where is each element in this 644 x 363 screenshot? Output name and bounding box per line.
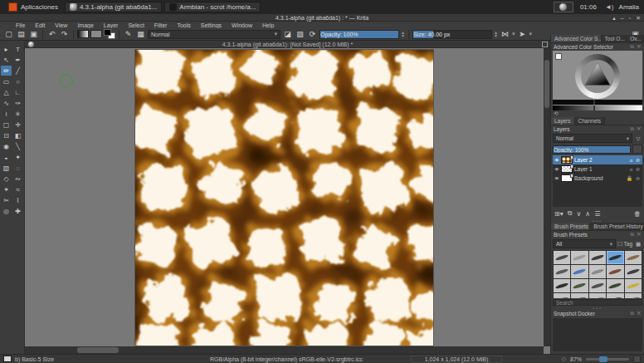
tab-layers[interactable]: Layers	[551, 117, 575, 125]
brush-preset-6[interactable]	[571, 265, 588, 278]
choose-brush-preset-icon[interactable]: ▦	[135, 29, 146, 40]
zoom-slider-knob[interactable]	[599, 356, 607, 362]
taskbar-window-1[interactable]: Armbian - scrot /home/a...	[164, 2, 261, 12]
layer-thumbnail[interactable]	[561, 174, 573, 182]
layer-property-icons[interactable]: α ⊘	[630, 166, 641, 172]
brush-preset-0[interactable]	[554, 251, 570, 264]
brush-preset-2[interactable]	[589, 251, 606, 264]
menu-image[interactable]: Image	[73, 22, 97, 28]
menu-filter[interactable]: Filter	[150, 22, 172, 28]
contiguous-select-tool-icon[interactable]: ✶	[1, 184, 12, 194]
dynamic-brush-tool-icon[interactable]: ≀	[1, 109, 12, 119]
brush-preset-3[interactable]	[607, 251, 623, 264]
magnetic-select-tool-icon[interactable]: ⌇	[12, 195, 23, 205]
value-bar[interactable]	[553, 105, 642, 110]
duplicate-layer-button[interactable]: ⧉	[568, 209, 573, 218]
docker-float-close-icons[interactable]: ⧉ ✕	[630, 44, 642, 50]
layer-visibility-icon[interactable]: 👁	[554, 167, 559, 172]
text-tool-icon[interactable]: T	[12, 44, 23, 54]
window-titlebar[interactable]: 4.3.1-alpha (git aba6da1) : * — Krita ▴ …	[0, 14, 644, 22]
saturation-triangle[interactable]	[582, 61, 613, 92]
tag-checkbox[interactable]: ☐ Tag	[617, 241, 632, 248]
brush-preset-13[interactable]	[607, 279, 623, 292]
brush-preset-7[interactable]	[589, 265, 606, 278]
layer-name[interactable]: Layer 1	[574, 166, 628, 172]
system-tray[interactable]	[554, 2, 573, 12]
last-color-swatch[interactable]	[555, 53, 562, 60]
layer-property-icons[interactable]: 🔒 ⊘	[627, 175, 641, 181]
menu-tools[interactable]: Tools	[173, 22, 194, 28]
vertical-scrollbar[interactable]	[544, 48, 550, 346]
docker-float-close-icons[interactable]: ⧉ ✕	[630, 126, 642, 132]
maximize-button[interactable]: ▫	[629, 14, 631, 22]
layer-blending-mode-select[interactable]: Normal ▾	[553, 134, 632, 143]
layer-property-icons[interactable]: α ⊘	[630, 157, 641, 163]
subwindow-maximize-icon[interactable]	[542, 42, 548, 47]
close-button[interactable]: ✕	[636, 14, 641, 22]
brush-preset-5[interactable]	[554, 265, 570, 278]
move-layer-up-button[interactable]: ∧	[585, 210, 590, 218]
brush-filter-select[interactable]: All ▾	[553, 239, 616, 248]
foreground-background-colors[interactable]	[104, 29, 115, 39]
preserve-alpha-icon[interactable]: ▨	[295, 29, 305, 40]
select-shapes-tool-icon[interactable]: ▸	[1, 44, 12, 54]
menu-settings[interactable]: Settings	[197, 22, 226, 28]
layer-properties-button[interactable]: ☰	[594, 210, 600, 218]
tab-advanced-color-selector[interactable]: Advanced Color S...	[551, 35, 602, 42]
tab-channels[interactable]: Channels	[575, 117, 605, 125]
brush-search-input[interactable]: Search	[553, 299, 642, 306]
layer-thumbnail[interactable]	[561, 156, 573, 164]
bezier-select-tool-icon[interactable]: ✂	[1, 195, 12, 205]
pattern-chooser-button[interactable]	[90, 30, 102, 38]
layer-style-button[interactable]	[632, 145, 642, 154]
line-tool-icon[interactable]: ╱	[12, 66, 23, 76]
docker-float-close-icons[interactable]: ⧉ ✕	[630, 311, 642, 316]
gradient-tool-icon[interactable]: ◧	[12, 130, 23, 140]
mirror-vertical-icon[interactable]: ➤	[516, 29, 527, 40]
selection-mode-icon[interactable]: ◇	[562, 356, 566, 362]
rectangle-tool-icon[interactable]: ▭	[1, 76, 12, 86]
edit-brush-settings-icon[interactable]: ✎	[123, 29, 134, 40]
tab-brush-preset-history[interactable]: Brush Preset History	[590, 223, 644, 230]
lightness-bar[interactable]	[553, 100, 642, 105]
pan-tool-icon[interactable]: ✚	[12, 206, 23, 216]
blending-mode-select[interactable]: Normal ▾	[148, 30, 281, 39]
canvas-viewport[interactable]	[25, 48, 544, 346]
tab-overview[interactable]: Ov...	[627, 35, 644, 42]
document-titlebar[interactable]: 4.3.1-alpha (git aba6da1): [Not Saved] (…	[25, 41, 550, 48]
layer-visibility-icon[interactable]: 👁	[554, 176, 559, 181]
similar-select-tool-icon[interactable]: ≈	[12, 184, 23, 194]
menu-window[interactable]: Window	[227, 22, 256, 28]
menu-edit[interactable]: Edit	[31, 22, 49, 28]
crop-tool-icon[interactable]: ⊡	[1, 130, 12, 140]
layer-thumbnail[interactable]	[561, 165, 573, 173]
menu-file[interactable]: File	[12, 22, 29, 28]
layer-visibility-icon[interactable]: 👁	[554, 158, 559, 163]
advanced-color-selector[interactable]	[553, 51, 642, 110]
menu-help[interactable]: Help	[258, 22, 278, 28]
save-icon[interactable]: ▣	[28, 29, 39, 40]
snapshot-header[interactable]: Snapshot Docker ⧉ ✕	[551, 310, 644, 317]
bezier-curve-tool-icon[interactable]: ∿	[1, 98, 12, 108]
edit-shapes-tool-icon[interactable]: ↖	[1, 55, 12, 65]
value-marker[interactable]	[593, 105, 595, 110]
layer-name[interactable]: Layer 2	[574, 157, 628, 163]
assistants-tool-icon[interactable]: ✦	[12, 152, 23, 162]
applications-menu-button[interactable]: Aplicaciones	[5, 2, 61, 12]
horizontal-scrollbar[interactable]	[25, 346, 544, 354]
brush-preset-11[interactable]	[571, 279, 588, 292]
zoom-reset-button[interactable]	[633, 356, 641, 363]
menu-select[interactable]: Select	[124, 22, 148, 28]
brush-preset-1[interactable]	[571, 251, 588, 264]
color-sampler-tool-icon[interactable]: ◉	[1, 141, 12, 151]
open-document-icon[interactable]: ▤	[16, 29, 27, 40]
opacity-slider[interactable]: Opacity: 100%	[320, 30, 399, 39]
layer-row-layer-1[interactable]: 👁Layer 1α ⊘	[553, 164, 642, 174]
display-mode-icon[interactable]: ▦	[634, 240, 642, 248]
layer-name[interactable]: Background	[574, 175, 625, 181]
reload-preset-icon[interactable]: ⟳	[307, 29, 318, 40]
move-tool-icon[interactable]: ✛	[12, 120, 23, 130]
taskbar-window-0[interactable]: 4.3.1-alpha (git aba6da1...	[65, 2, 162, 12]
vertical-scrollbar-thumb[interactable]	[544, 60, 549, 107]
multibrush-tool-icon[interactable]: ✳	[12, 109, 23, 119]
